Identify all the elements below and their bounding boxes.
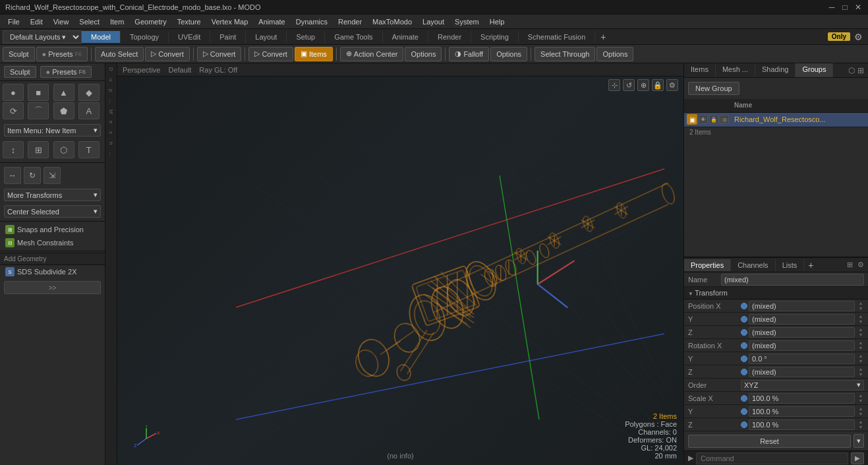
settings-icon[interactable]: ⚙: [854, 32, 863, 42]
tool-grid-icon[interactable]: ⊞: [28, 141, 49, 158]
menu-dynamics[interactable]: Dynamics: [291, 16, 333, 27]
pos-y-down-arrow[interactable]: ▼: [857, 319, 864, 325]
order-dropdown[interactable]: XYZ ▾: [741, 380, 864, 390]
pos-x-down-arrow[interactable]: ▼: [857, 306, 864, 311]
viewport-rotate-button[interactable]: ↺: [623, 79, 635, 91]
menu-vertex-map[interactable]: Vertex Map: [206, 16, 254, 27]
menu-file[interactable]: File: [3, 16, 25, 27]
pos-z-input[interactable]: [749, 327, 855, 338]
select-through-button[interactable]: Select Through: [535, 47, 595, 61]
mesh-constraints-button[interactable]: ⊟ Mesh Constraints: [0, 236, 105, 249]
pos-y-input[interactable]: [749, 314, 855, 325]
tab-uvedit[interactable]: UVEdit: [169, 31, 210, 43]
presets-button[interactable]: ● Presets F6: [36, 47, 88, 61]
rot-z-dot[interactable]: [741, 369, 747, 375]
name-prop-input[interactable]: [721, 274, 864, 286]
layouts-dropdown[interactable]: Default Layouts ▾: [3, 30, 82, 44]
menu-help[interactable]: Help: [484, 16, 510, 27]
pos-z-down-arrow[interactable]: ▼: [857, 332, 864, 338]
options2-button[interactable]: Options: [490, 47, 527, 61]
menu-system[interactable]: System: [449, 16, 484, 27]
tab-animate[interactable]: Animate: [383, 31, 428, 43]
vstrip-icon-2[interactable]: u: [107, 75, 116, 84]
tool-hex-icon[interactable]: ⬡: [53, 141, 74, 158]
pos-x-input[interactable]: [749, 301, 855, 311]
viewport-canvas[interactable]: ⊹ ↺ ⊕ 🔒 ⚙ 2 Items Polygons : Face Channe…: [117, 77, 683, 465]
more-transforms-dropdown[interactable]: More Transforms ▾: [4, 189, 101, 201]
rot-z-input[interactable]: [749, 367, 855, 377]
props-tab-channels[interactable]: Channels: [731, 259, 775, 271]
eye-icon[interactable]: 👁: [699, 115, 708, 124]
scale-z-down-arrow[interactable]: ▼: [857, 425, 864, 430]
rt-maximize-icon[interactable]: ⊞: [857, 66, 864, 75]
sds-subdivide-button[interactable]: S SDS Subdivide 2X: [0, 265, 105, 278]
new-group-button[interactable]: New Group: [688, 82, 739, 95]
rot-x-input[interactable]: [749, 340, 855, 351]
menu-animate[interactable]: Animate: [253, 16, 290, 27]
rt-tab-mesh[interactable]: Mesh ...: [716, 63, 755, 77]
scale-y-up-arrow[interactable]: ▲: [857, 406, 864, 412]
viewport-settings-button[interactable]: ⚙: [666, 79, 678, 91]
rot-x-down-arrow[interactable]: ▼: [857, 346, 864, 351]
menu-texture[interactable]: Texture: [172, 16, 206, 27]
auto-select-button[interactable]: Auto Select: [95, 47, 144, 61]
rot-y-dot[interactable]: [741, 356, 747, 362]
scale-x-down-arrow[interactable]: ▼: [857, 398, 864, 404]
pos-x-up-arrow[interactable]: ▲: [857, 301, 864, 306]
reset-button[interactable]: Reset: [688, 435, 851, 448]
tab-add-button[interactable]: +: [595, 30, 611, 44]
tab-paint[interactable]: Paint: [210, 31, 246, 43]
menu-select[interactable]: Select: [74, 16, 105, 27]
scale-x-input[interactable]: [749, 393, 855, 404]
right-command-input[interactable]: [696, 452, 848, 464]
convert1-button[interactable]: ▷ Convert: [145, 47, 190, 61]
maximize-button[interactable]: □: [840, 3, 850, 12]
scale-x-up-arrow[interactable]: ▲: [857, 393, 864, 398]
rt-expand-icon[interactable]: ⬡: [848, 66, 855, 75]
pos-y-dot[interactable]: [741, 316, 747, 323]
falloff-button[interactable]: ◑ Falloff: [449, 47, 489, 61]
scale-y-input[interactable]: [749, 406, 855, 417]
tool-move-icon[interactable]: ↕: [3, 141, 24, 158]
tab-schematic-fusion[interactable]: Schematic Fusion: [519, 31, 595, 43]
tool-curve-icon[interactable]: ⌒: [28, 102, 49, 119]
convert3-button[interactable]: ▷ Convert: [248, 47, 293, 61]
tab-setup[interactable]: Setup: [287, 31, 325, 43]
transform-scale-icon[interactable]: ⇲: [43, 167, 61, 184]
tool-typeface-icon[interactable]: T: [78, 141, 100, 158]
tool-box-icon[interactable]: ■: [28, 84, 49, 101]
vstrip-icon-5[interactable]: M: [107, 107, 116, 116]
props-tab-lists[interactable]: Lists: [776, 259, 805, 271]
tab-render[interactable]: Render: [428, 31, 471, 43]
options1-button[interactable]: Options: [405, 47, 442, 61]
viewport-area[interactable]: Perspective Default Ray GL: Off: [117, 63, 683, 465]
tool-text-icon[interactable]: A: [78, 102, 100, 119]
menu-edit[interactable]: Edit: [25, 16, 48, 27]
right-go-button[interactable]: ▶: [851, 452, 864, 464]
tab-game-tools[interactable]: Game Tools: [325, 31, 383, 43]
center-selected-dropdown[interactable]: Center Selected ▾: [4, 205, 101, 218]
tab-scripting[interactable]: Scripting: [471, 31, 519, 43]
menu-item[interactable]: Item: [105, 16, 129, 27]
options3-button[interactable]: Options: [596, 47, 633, 61]
reset-dropdown-button[interactable]: ▾: [854, 434, 864, 448]
action-center-button[interactable]: ⊕ Action Center: [340, 47, 404, 61]
vstrip-icon-9[interactable]: ...: [107, 149, 116, 158]
vstrip-icon-6[interactable]: e: [107, 117, 116, 127]
tab-model[interactable]: Model: [82, 31, 121, 43]
props-expand-icon[interactable]: ⊞ ⚙: [847, 261, 868, 269]
vstrip-icon-8[interactable]: h: [107, 139, 116, 148]
props-tab-properties[interactable]: Properties: [684, 259, 731, 271]
snaps-precision-button[interactable]: ⊞ Snaps and Precision: [0, 223, 105, 236]
tool-rotate-icon[interactable]: ⟳: [3, 102, 24, 119]
rot-y-input[interactable]: [749, 354, 855, 364]
rt-tab-groups[interactable]: Groups: [796, 63, 833, 77]
tab-layout[interactable]: Layout: [246, 31, 287, 43]
sculpt-button[interactable]: Sculpt: [3, 47, 35, 61]
rot-z-up-arrow[interactable]: ▲: [857, 367, 864, 372]
convert2-button[interactable]: ▷ Convert: [197, 47, 242, 61]
lock-icon[interactable]: 🔒: [709, 115, 718, 124]
rot-x-up-arrow[interactable]: ▲: [857, 340, 864, 346]
pos-x-dot[interactable]: [741, 303, 747, 309]
transform-move-icon[interactable]: ↔: [4, 167, 21, 184]
